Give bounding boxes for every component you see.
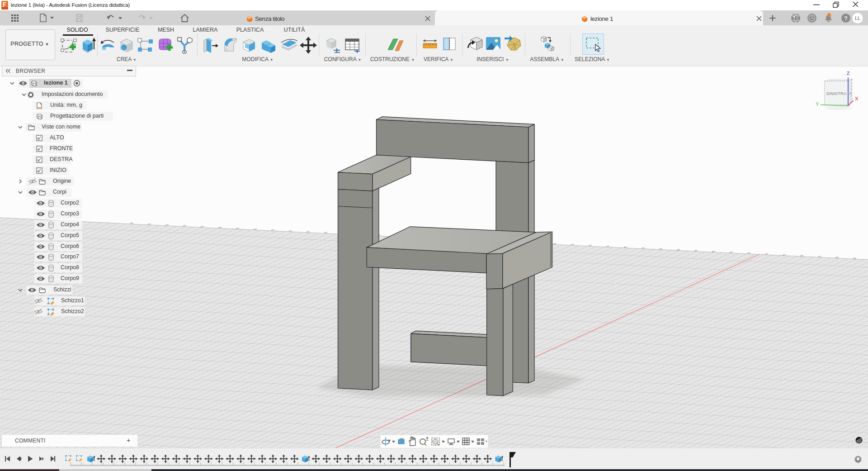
svg-text:SINISTRA: SINISTRA [826,91,847,96]
svg-text:LL: LL [855,15,860,21]
svg-text:Z: Z [847,71,850,76]
svg-text:X: X [855,96,859,101]
svg-text:A: A [849,91,852,95]
svg-text:?: ? [844,15,848,22]
svg-text:Y: Y [816,101,819,107]
